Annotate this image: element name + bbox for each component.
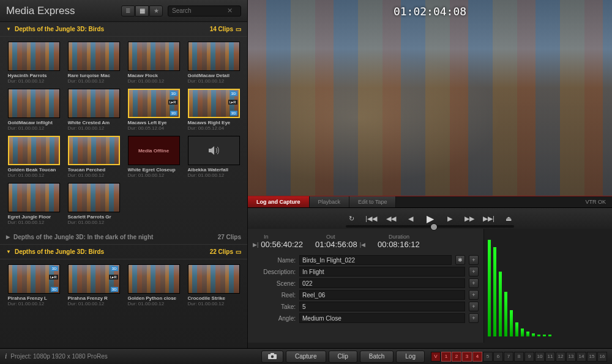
bin-header[interactable]: ▶Depths of the Jungle 3D: In the dark of… [0,230,247,245]
clip-item[interactable]: Rare turqoise MacDur: 01.00.00.12 [65,42,122,84]
channel-11[interactable]: 11 [545,352,555,362]
clip-item[interactable]: Scarlett Parrots GrDur: 01.00.00.12 [65,183,122,225]
channel-10[interactable]: 10 [535,352,545,362]
view-grid-icon[interactable]: ▦ [135,6,149,17]
clip-item[interactable]: GoldMacaw DetailDur: 01.00.00.12 [185,42,242,84]
channel-1[interactable]: 1 [441,352,451,362]
channel-9[interactable]: 9 [524,352,534,362]
clip-item[interactable]: Aibekka WaterfallDur: 01.00.00.12 [185,136,242,178]
clip-item[interactable]: Hyacinth ParrotsDur: 01.00.00.12 [5,42,62,84]
clip-item[interactable]: Macaw FlockDur: 01.00.00.12 [125,42,182,84]
clip-item[interactable]: White Crested AmDur: 01.00.00.12 [65,89,122,131]
clip-thumbnail[interactable] [8,136,60,165]
clip-item[interactable]: Golden Python closeDur: 01.00.00.12 [125,264,182,306]
tab-log-capture[interactable]: Log and Capture [248,196,310,207]
clip-thumbnail[interactable]: Media Offline [128,136,180,165]
fast-fwd-icon[interactable]: ▶▶ [463,212,476,225]
tab-playback[interactable]: Playback [310,196,350,207]
name-add-icon[interactable]: + [469,255,479,265]
clip-item[interactable]: Media OfflineWhite Egret CloseupDur: 01.… [125,136,182,178]
clip-thumbnail[interactable] [188,264,240,294]
step-fwd-icon[interactable]: ▶ [444,212,456,225]
channel-14[interactable]: 14 [577,352,586,362]
clip-button[interactable]: Clip [329,351,357,363]
channel-4[interactable]: 4 [472,352,482,362]
clip-thumbnail[interactable] [8,89,60,118]
bin-header[interactable]: ▼Depths of the Jungle 3D: Birds14 Clips … [0,22,247,37]
view-star-icon[interactable]: ★ [149,6,163,17]
clip-thumbnail[interactable] [68,89,120,118]
goto-start-icon[interactable]: |◀◀ [365,212,378,225]
bin-header[interactable]: ▼Depths of the Jungle 3D: Birds22 Clips … [0,245,247,259]
search-input[interactable] [172,7,227,14]
channel-2[interactable]: 2 [452,352,461,362]
desc-add-icon[interactable]: + [469,267,479,277]
clip-thumbnail[interactable] [68,183,120,212]
clip-thumbnail[interactable] [128,42,180,71]
clip-thumbnail[interactable]: 3DL▸R3D [128,89,180,118]
angle-field[interactable] [299,313,465,323]
clip-item[interactable]: 3DL▸R3DMacaws Right EyeDur: 00.05.12.04 [185,89,242,131]
scene-field[interactable] [299,278,465,288]
clip-thumbnail[interactable] [188,136,240,165]
clip-item[interactable]: Egret Jungle FloorDur: 01.00.00.12 [5,183,62,225]
mark-in-icon[interactable]: ▶| [253,242,258,248]
clear-search-icon[interactable]: ✕ [227,7,233,15]
batch-button[interactable]: Batch [360,351,394,363]
clip-thumbnail[interactable]: 3DL▸R3D [8,264,60,294]
name-field[interactable] [299,255,452,265]
clip-thumbnail[interactable] [128,264,180,294]
capture-button[interactable]: Capture [286,351,326,363]
info-icon[interactable]: i [5,352,7,361]
clip-item[interactable]: Toucan PerchedDur: 01.00.00.12 [65,136,122,178]
clip-item[interactable]: 3DL▸R3DMacaws Left EyeDur: 00.05.12.04 [125,89,182,131]
channel-12[interactable]: 12 [556,352,565,362]
channel-6[interactable]: 6 [493,352,503,362]
in-timecode[interactable]: 00:56:40:22 [261,240,303,249]
out-timecode[interactable]: 01:04:56:08 [315,240,357,249]
loop-icon[interactable]: ↻ [346,212,358,225]
video-viewer[interactable]: 01:02:04:08 [248,0,612,196]
log-button[interactable]: Log [396,351,425,363]
channel-7[interactable]: 7 [504,352,513,362]
play-icon[interactable]: ▶ [424,212,436,225]
channel-3[interactable]: 3 [462,352,472,362]
view-list-icon[interactable]: ≣ [121,6,135,17]
channel-8[interactable]: 8 [514,352,524,362]
clip-thumbnail[interactable] [68,42,120,71]
bin-list[interactable]: ▼Depths of the Jungle 3D: Birds14 Clips … [0,22,247,348]
clip-thumbnail[interactable]: 3DL▸R3D [188,89,240,118]
angle-add-icon[interactable]: + [469,313,479,323]
clip-item[interactable]: 3DL▸R3DPirahna Frenzy RDur: 01.00.00.12 [65,264,122,306]
rewind-icon[interactable]: ◀◀ [385,212,397,225]
jog-scrubber[interactable] [346,225,514,228]
take-field[interactable] [299,302,465,311]
reel-field[interactable] [299,290,465,300]
clip-item[interactable]: Golden Beak ToucanDur: 01.00.00.12 [5,136,62,178]
step-back-icon[interactable]: ◀ [405,212,417,225]
tab-edit-to-tape[interactable]: Edit to Tape [349,196,396,207]
take-add-icon[interactable]: + [469,302,479,311]
desc-field[interactable] [299,267,465,277]
reel-add-icon[interactable]: + [469,290,479,300]
mark-out-icon[interactable]: |◀ [360,242,365,248]
clip-thumbnail[interactable] [8,42,60,71]
clip-item[interactable]: 3DL▸R3DPirahna Frenzy LDur: 01.00.00.12 [5,264,62,306]
clip-thumbnail[interactable]: 3DL▸R3D [68,264,120,294]
clip-thumbnail[interactable] [68,136,120,165]
channel-video[interactable]: V [431,352,441,362]
channel-13[interactable]: 13 [566,352,576,362]
search-field[interactable]: ✕ [168,6,241,17]
channel-15[interactable]: 15 [587,352,597,362]
eject-icon[interactable]: ⏏ [502,212,515,225]
scene-add-icon[interactable]: + [469,278,479,288]
clip-thumbnail[interactable] [188,42,240,71]
still-capture-icon[interactable] [261,351,283,363]
name-lock-icon[interactable]: ✱ [455,255,465,265]
clip-item[interactable]: GoldMacaw inflightDur: 01.00.00.12 [5,89,62,131]
goto-end-icon[interactable]: ▶▶| [483,212,495,225]
clip-item[interactable]: Crocodile StrikeDur: 01.00.00.12 [185,264,242,306]
clip-thumbnail[interactable] [8,183,60,212]
channel-16[interactable]: 16 [597,352,607,362]
channel-5[interactable]: 5 [483,352,493,362]
